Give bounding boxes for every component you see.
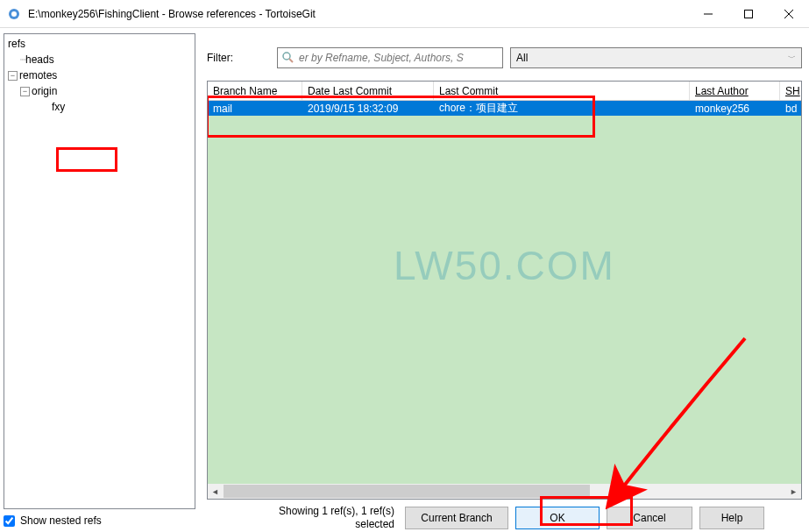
show-nested-input[interactable]: [4, 515, 15, 527]
close-button[interactable]: [769, 1, 809, 27]
filter-dropdown[interactable]: All ﹀: [510, 47, 802, 68]
maximize-button[interactable]: [728, 1, 769, 27]
cell-last-author: monkey256: [690, 103, 780, 115]
help-button[interactable]: Help: [699, 507, 764, 529]
table-row[interactable]: mail 2019/9/15 18:32:09 chore：项目建立 monke…: [208, 101, 801, 116]
refs-table: Branch Name Date Last Commit Last Commit…: [207, 81, 802, 500]
cell-sha: bd: [780, 103, 801, 115]
show-nested-checkbox[interactable]: Show nested refs: [4, 514, 195, 527]
filter-input-box[interactable]: [277, 47, 503, 68]
search-icon: [281, 51, 295, 65]
scroll-right-button[interactable]: ►: [786, 484, 801, 499]
app-icon: [7, 7, 21, 21]
ok-button[interactable]: OK: [515, 507, 600, 529]
tree-item-refs[interactable]: refs: [4, 36, 195, 52]
col-last-author[interactable]: Last Author: [690, 82, 780, 100]
scroll-left-button[interactable]: ◄: [208, 484, 223, 499]
tree-item-fxy[interactable]: fxy: [4, 99, 195, 115]
collapse-icon[interactable]: −: [20, 87, 30, 96]
chevron-down-icon: ﹀: [788, 53, 796, 64]
cancel-button[interactable]: Cancel: [607, 507, 692, 529]
scroll-thumb[interactable]: [224, 485, 590, 498]
collapse-icon[interactable]: −: [8, 71, 18, 81]
tree-item-heads[interactable]: ┈heads: [4, 52, 195, 67]
svg-point-6: [283, 53, 290, 60]
watermark: LW50.COM: [394, 242, 615, 289]
col-sha[interactable]: SH: [780, 82, 801, 100]
tree-item-remotes[interactable]: −remotes: [4, 67, 195, 83]
tree-item-origin[interactable]: −origin: [4, 83, 195, 99]
horizontal-scrollbar[interactable]: ◄ ►: [208, 484, 801, 499]
filter-input[interactable]: [299, 52, 499, 64]
svg-line-7: [289, 59, 293, 62]
cell-last-commit: chore：项目建立: [434, 101, 690, 116]
svg-point-1: [11, 11, 17, 17]
minimize-button[interactable]: [688, 1, 728, 27]
current-branch-button[interactable]: Current Branch: [405, 507, 508, 529]
titlebar: E:\monkey256\FishingClient - Browse refe…: [0, 0, 809, 28]
refs-tree[interactable]: refs ┈heads −remotes −origin fxy: [4, 33, 195, 509]
col-date-last-commit[interactable]: Date Last Commit: [302, 82, 434, 100]
table-header: Branch Name Date Last Commit Last Commit…: [208, 82, 801, 101]
window-title: E:\monkey256\FishingClient - Browse refe…: [28, 8, 688, 20]
col-branch-name[interactable]: Branch Name: [208, 82, 302, 100]
filter-label: Filter:: [207, 52, 233, 64]
svg-rect-3: [745, 10, 753, 18]
cell-date: 2019/9/15 18:32:09: [302, 103, 434, 115]
cell-branch-name: mail: [208, 103, 302, 115]
status-text: Showing 1 ref(s), 1 ref(s) selected: [207, 505, 398, 530]
col-last-commit[interactable]: Last Commit: [434, 82, 690, 100]
